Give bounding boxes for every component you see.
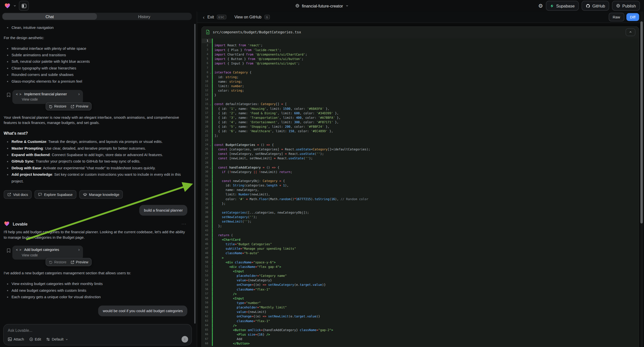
line-number[interactable]: 62 <box>202 314 209 318</box>
fold-chevron-icon[interactable]: ⌄ <box>209 70 212 75</box>
preview-button[interactable]: Preview <box>70 260 88 264</box>
line-number[interactable]: 9 <box>202 75 209 79</box>
line-number[interactable]: 13 <box>202 93 209 97</box>
project-switcher[interactable]: financial-future-creator <box>295 4 349 8</box>
line-number[interactable]: 61 <box>202 310 209 314</box>
line-number[interactable]: 55 <box>202 282 209 287</box>
line-number[interactable]: 2 <box>202 43 209 48</box>
lovable-logo-heart-icon[interactable] <box>4 3 11 9</box>
line-number[interactable]: 56 <box>202 287 209 292</box>
bookmark-icon[interactable] <box>6 248 10 253</box>
line-number[interactable]: 6 <box>202 61 209 66</box>
line-number[interactable]: 20 <box>202 124 209 129</box>
line-number[interactable]: 23 <box>202 138 209 142</box>
line-number[interactable]: 14 <box>202 97 209 102</box>
line-number[interactable]: 5 <box>202 57 209 61</box>
line-number[interactable]: 41 <box>202 219 209 224</box>
view-on-github-button[interactable]: View on GitHub <box>234 15 262 19</box>
line-number[interactable]: 29 <box>202 165 209 170</box>
line-number[interactable]: 25 <box>202 147 209 152</box>
view-code-link[interactable]: View code <box>22 97 80 102</box>
line-number[interactable]: 16 <box>202 106 209 111</box>
restore-button[interactable]: Restore <box>49 104 66 108</box>
line-number[interactable]: 26 <box>202 152 209 156</box>
line-number[interactable]: 54 <box>202 278 209 282</box>
diff-toggle-button[interactable]: Diff <box>626 13 639 21</box>
chip-manage-knowledge[interactable]: Manage knowledge <box>79 190 123 199</box>
model-selector[interactable]: Default <box>46 337 68 342</box>
line-number[interactable]: 8 <box>202 70 209 75</box>
line-number[interactable]: 57 <box>202 292 209 296</box>
line-number[interactable]: 49 <box>202 256 209 260</box>
tab-chat[interactable]: Chat <box>2 13 97 20</box>
line-number[interactable]: 10 <box>202 79 209 84</box>
chat-composer[interactable]: Ask Lovable... Attach Edit <box>3 324 192 346</box>
line-number[interactable]: 34 <box>202 188 209 192</box>
chip-explore-supabase[interactable]: Explore Supabase <box>34 190 76 199</box>
line-number[interactable]: 39 <box>202 210 209 215</box>
line-number[interactable]: 11 <box>202 84 209 88</box>
tool-call-card[interactable]: < >Add budget categories›View code <box>12 246 83 260</box>
line-number[interactable]: 68 <box>202 341 209 346</box>
line-number[interactable]: 48 <box>202 251 209 256</box>
fold-chevron-icon[interactable]: ⌄ <box>209 165 212 170</box>
line-number[interactable]: 38 <box>202 206 209 210</box>
settings-gear-icon[interactable]: ⚙ <box>538 3 543 8</box>
attach-button[interactable]: Attach <box>8 337 24 342</box>
fold-chevron-icon[interactable]: ⌄ <box>209 179 212 183</box>
line-number[interactable]: 53 <box>202 274 209 278</box>
line-number[interactable]: 50 <box>202 260 209 264</box>
line-number[interactable]: 15 <box>202 102 209 106</box>
file-header[interactable]: src/components/budget/BudgetCategories.t… <box>202 27 639 38</box>
line-number[interactable]: 60 <box>202 305 209 310</box>
edit-mode-button[interactable]: Edit <box>29 337 41 342</box>
line-number[interactable]: 17 <box>202 111 209 116</box>
line-number[interactable]: 1 <box>202 38 209 43</box>
view-code-link[interactable]: View code <box>22 253 80 257</box>
toggle-sidebar-button[interactable] <box>19 1 29 11</box>
window-scrollbar[interactable] <box>640 22 643 224</box>
line-number[interactable]: 4 <box>202 52 209 57</box>
line-number[interactable]: 12 <box>202 88 209 93</box>
fold-chevron-icon[interactable]: ⌄ <box>209 143 212 147</box>
fold-chevron-icon[interactable]: ⌄ <box>209 102 212 106</box>
exit-button[interactable]: Exit <box>207 15 214 19</box>
line-number[interactable]: 45 <box>202 238 209 242</box>
line-number[interactable]: 33 <box>202 183 209 188</box>
line-number[interactable]: 3 <box>202 48 209 52</box>
line-number[interactable]: 35 <box>202 192 209 197</box>
line-number[interactable]: 67 <box>202 337 209 341</box>
line-number[interactable]: 64 <box>202 323 209 328</box>
collapse-file-button[interactable] <box>626 28 636 36</box>
line-number[interactable]: 42 <box>202 224 209 228</box>
line-number[interactable]: 52 <box>202 269 209 274</box>
line-number[interactable]: 43 <box>202 228 209 233</box>
line-number[interactable]: 63 <box>202 318 209 323</box>
supabase-button[interactable]: Supabase <box>546 1 579 11</box>
line-number[interactable]: 30 <box>202 170 209 174</box>
tool-call-card[interactable]: < >Implement financial planner›View code <box>12 90 83 104</box>
line-number[interactable]: 19 <box>202 120 209 124</box>
line-number[interactable]: 27 <box>202 156 209 160</box>
line-number[interactable]: 7 <box>202 66 209 70</box>
line-number[interactable]: 40 <box>202 215 209 219</box>
line-number[interactable]: 44 <box>202 233 209 238</box>
line-number[interactable]: 22 <box>202 134 209 138</box>
line-number[interactable]: 59 <box>202 301 209 305</box>
line-number[interactable]: 37 <box>202 202 209 206</box>
send-button[interactable]: ↑ <box>182 336 188 342</box>
logo-chevron-down-icon[interactable] <box>13 4 16 8</box>
line-number[interactable]: 47 <box>202 246 209 251</box>
line-number[interactable]: 46 <box>202 242 209 246</box>
line-number[interactable]: 58 <box>202 296 209 301</box>
line-number[interactable]: 65 <box>202 328 209 332</box>
github-button[interactable]: GitHub <box>582 1 610 11</box>
restore-button[interactable]: Restore <box>49 260 66 264</box>
line-number[interactable]: 28 <box>202 160 209 165</box>
chat-input[interactable]: Ask Lovable... <box>8 328 187 332</box>
line-number[interactable]: 21 <box>202 129 209 134</box>
raw-toggle-button[interactable]: Raw <box>609 13 624 22</box>
line-number[interactable]: 31 <box>202 174 209 179</box>
line-number[interactable]: 18 <box>202 116 209 120</box>
line-number[interactable]: 32 <box>202 179 209 183</box>
